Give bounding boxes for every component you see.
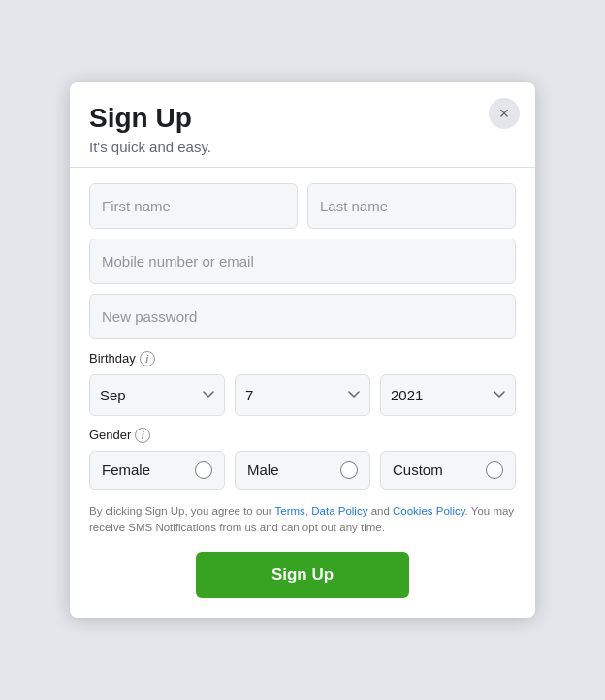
modal-header: Sign Up It's quick and easy. × (70, 82, 535, 168)
birthday-select-row: Sep Jan Feb Mar Apr May Jun Jul Aug Oct … (89, 374, 516, 416)
password-row (89, 294, 516, 339)
birthday-section-label: Birthday i (89, 351, 516, 366)
data-policy-link[interactable]: Data Policy (311, 505, 367, 517)
gender-female-option[interactable]: Female (89, 451, 225, 490)
signup-button[interactable]: Sign Up (196, 552, 409, 598)
name-row (89, 183, 516, 229)
mobile-email-row (89, 239, 516, 284)
terms-text-1: By clicking Sign Up, you agree to our (89, 505, 275, 517)
gender-custom-option[interactable]: Custom (380, 451, 516, 490)
gender-female-radio[interactable] (195, 461, 212, 479)
signup-modal: Sign Up It's quick and easy. × Birthday … (70, 82, 535, 618)
mobile-email-input[interactable] (89, 239, 516, 284)
terms-text-3: and (367, 505, 393, 517)
birthday-day-select[interactable]: 7 1 2 3 4 5 6 8 9 10 15 20 25 31 (235, 374, 370, 416)
gender-male-option[interactable]: Male (235, 451, 370, 490)
close-button[interactable]: × (489, 98, 520, 129)
gender-section-label: Gender i (89, 428, 516, 443)
birthday-year-select[interactable]: 2021 2020 2019 2018 2015 2010 2005 2000 … (380, 374, 516, 416)
gender-male-radio[interactable] (340, 461, 358, 479)
birthday-label-text: Birthday (89, 351, 136, 366)
birthday-month-select[interactable]: Sep Jan Feb Mar Apr May Jun Jul Aug Oct … (89, 374, 225, 416)
gender-row: Female Male Custom (89, 451, 516, 490)
gender-female-label: Female (102, 461, 150, 478)
cookies-policy-link[interactable]: Cookies Policy (393, 505, 465, 517)
gender-custom-radio[interactable] (486, 461, 503, 479)
modal-subtitle: It's quick and easy. (89, 139, 516, 155)
modal-body: Birthday i Sep Jan Feb Mar Apr May Jun J… (70, 168, 535, 619)
gender-help-icon[interactable]: i (135, 428, 150, 443)
gender-male-label: Male (247, 461, 279, 478)
password-input[interactable] (89, 294, 516, 339)
last-name-input[interactable] (307, 183, 516, 229)
first-name-input[interactable] (89, 183, 298, 229)
birthday-help-icon[interactable]: i (140, 351, 155, 366)
terms-text: By clicking Sign Up, you agree to our Te… (89, 503, 516, 537)
terms-link[interactable]: Terms (275, 505, 305, 517)
gender-custom-label: Custom (393, 461, 443, 478)
gender-label-text: Gender (89, 428, 131, 442)
modal-title: Sign Up (89, 102, 516, 135)
